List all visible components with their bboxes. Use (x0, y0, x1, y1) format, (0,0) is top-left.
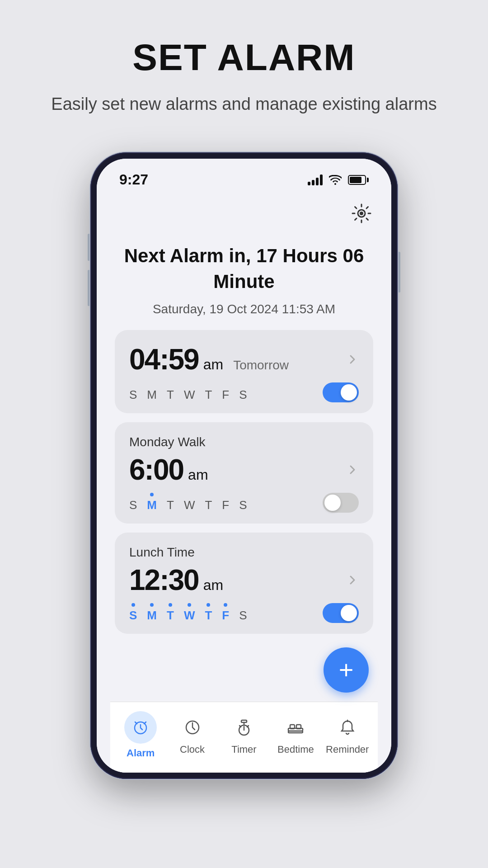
clock-icon (183, 718, 202, 736)
day-item: T (167, 382, 174, 402)
promo-subtitle: Easily set new alarms and manage existin… (27, 92, 461, 116)
settings-row (110, 197, 378, 234)
vol-down-button (88, 270, 90, 306)
day-item: T (167, 603, 174, 623)
wifi-icon (329, 175, 342, 185)
next-alarm-section: Next Alarm in, 17 Hours 06 Minute Saturd… (110, 234, 378, 330)
alarm-2-days: S M T (129, 493, 247, 512)
fab-container: + (110, 634, 378, 702)
alarm-nav-label: Alarm (127, 747, 155, 759)
bottom-nav: Alarm Clock (110, 702, 378, 773)
alarm-card-3[interactable]: Lunch Time 12:30 am (115, 533, 373, 634)
alarm-1-days: S M T (129, 382, 247, 402)
promo-title: SET ALARM (27, 36, 461, 79)
alarm-2-time: 6:00 (129, 453, 183, 486)
alarm-1-time-row: 04:59 am Tomorrow (129, 343, 289, 376)
day-item: W (184, 603, 195, 623)
day-item: W (184, 493, 195, 512)
day-item: S (129, 382, 137, 402)
alarm-2-chevron-icon[interactable] (346, 463, 359, 476)
add-alarm-button[interactable]: + (324, 647, 369, 693)
alarm-2-label: Monday Walk (129, 435, 359, 449)
alarm-2-time-row: 6:00 am (129, 453, 208, 486)
day-item: M (147, 382, 157, 402)
day-item: T (205, 382, 212, 402)
status-icons (308, 175, 369, 185)
day-item: F (222, 382, 229, 402)
timer-icon (235, 718, 253, 736)
nav-clock[interactable]: Clock (170, 715, 215, 755)
phone-frame: 9:27 (90, 152, 398, 778)
alarm-card-1[interactable]: 04:59 am Tomorrow (115, 330, 373, 413)
day-item: M (147, 493, 157, 512)
alarm-card-2[interactable]: Monday Walk 6:00 am (115, 422, 373, 524)
clock-nav-icon-wrap (180, 715, 205, 740)
alarm-1-time: 04:59 (129, 343, 199, 376)
bedtime-nav-icon-wrap (283, 715, 308, 740)
battery-icon (348, 175, 369, 185)
next-alarm-date: Saturday, 19 Oct 2024 11:53 AM (119, 302, 369, 316)
reminder-nav-icon-wrap (335, 715, 360, 740)
app-content: Next Alarm in, 17 Hours 06 Minute Saturd… (97, 193, 391, 772)
promo-section: SET ALARM Easily set new alarms and mana… (0, 0, 488, 134)
alarm-2-ampm: am (188, 467, 208, 483)
day-item: T (167, 493, 174, 512)
timer-nav-icon-wrap (231, 715, 257, 740)
alarm-card-2-top: 6:00 am (129, 453, 359, 486)
signal-icon (308, 175, 323, 185)
day-item: T (205, 603, 212, 623)
alarm-2-toggle[interactable] (323, 493, 359, 513)
alarm-1-ampm: am (203, 356, 223, 373)
alarm-card-3-top: 12:30 am (129, 563, 359, 597)
alarm-3-ampm: am (203, 577, 223, 594)
bedtime-nav-label: Bedtime (277, 744, 314, 755)
alarm-3-time: 12:30 (129, 563, 199, 597)
alarm-3-toggle[interactable] (323, 603, 359, 623)
alarm-icon (131, 718, 150, 736)
vol-up-button (88, 234, 90, 261)
alarm-nav-icon-wrap (124, 711, 157, 744)
reminder-nav-label: Reminder (326, 744, 369, 755)
alarm-3-chevron-icon[interactable] (346, 574, 359, 586)
day-item: S (129, 603, 137, 623)
phone-screen: 9:27 (97, 159, 391, 772)
alarm-3-label: Lunch Time (129, 545, 359, 560)
nav-alarm[interactable]: Alarm (118, 711, 163, 759)
phone-wrapper: 9:27 (90, 152, 398, 778)
reminder-icon (338, 718, 357, 736)
svg-rect-7 (288, 731, 303, 733)
alarm-1-bottom: S M T (129, 382, 359, 402)
day-item: T (205, 493, 212, 512)
day-item: F (222, 493, 229, 512)
settings-icon[interactable] (350, 202, 373, 225)
alarm-2-bottom: S M T (129, 493, 359, 513)
timer-nav-label: Timer (231, 744, 256, 755)
day-item: S (239, 603, 247, 623)
bedtime-icon (286, 718, 305, 736)
alarm-1-when: Tomorrow (233, 358, 289, 373)
nav-reminder[interactable]: Reminder (325, 715, 370, 755)
alarms-list: 04:59 am Tomorrow (110, 330, 378, 634)
nav-bedtime[interactable]: Bedtime (273, 715, 318, 755)
plus-icon: + (339, 657, 354, 683)
day-item: S (129, 493, 137, 512)
status-bar: 9:27 (97, 159, 391, 193)
alarm-3-time-row: 12:30 am (129, 563, 223, 597)
day-item: W (184, 382, 195, 402)
alarm-1-chevron-icon[interactable] (346, 353, 359, 366)
day-item: S (239, 493, 247, 512)
svg-point-1 (360, 212, 363, 215)
day-item: M (147, 603, 157, 623)
next-alarm-title: Next Alarm in, 17 Hours 06 Minute (119, 243, 369, 294)
alarm-card-1-top: 04:59 am Tomorrow (129, 343, 359, 376)
clock-nav-label: Clock (180, 744, 205, 755)
nav-timer[interactable]: Timer (221, 715, 267, 755)
status-time: 9:27 (119, 171, 148, 188)
alarm-3-days: S M T (129, 603, 247, 623)
alarm-3-bottom: S M T (129, 603, 359, 623)
day-item: S (239, 382, 247, 402)
day-item: F (222, 603, 229, 623)
power-button (398, 252, 400, 292)
alarm-1-toggle[interactable] (323, 382, 359, 402)
